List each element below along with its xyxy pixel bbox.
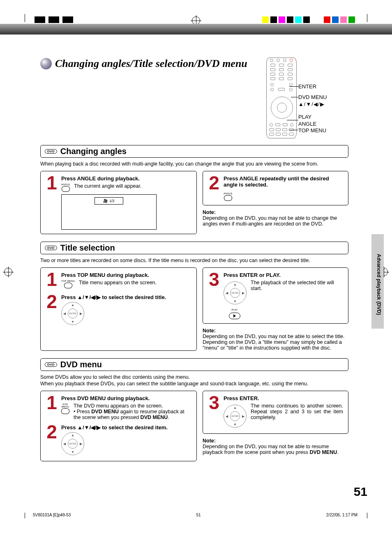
step-title: Press ANGLE during playback. (61, 175, 191, 182)
dvd-badge-icon: DVD (45, 149, 57, 154)
remote-label-play: PLAY (298, 114, 311, 120)
step-number: 2 (46, 424, 58, 440)
dpad-icon: ▲ ▼ ◀ ▶ (224, 405, 247, 428)
angle-button-icon: ANGLE (224, 192, 232, 201)
step-body: The menu continues to another screen. Re… (251, 403, 343, 420)
step-number: 1 (46, 395, 58, 410)
remote-label-enter: ENTER (298, 83, 316, 90)
osd-preview: 🎥 1/2 (61, 194, 157, 230)
registration-mark-icon (4, 268, 12, 276)
section-header-angles: DVD Changing angles (40, 145, 348, 158)
crop-bar (0, 16, 392, 37)
step-box: 3 Press ENTER or PLAY. ▲ ▼ ◀ ▶ The p (203, 267, 348, 324)
section-header-dvd-menu: DVD DVD menu (40, 358, 348, 371)
step-number: 3 (208, 395, 220, 410)
play-label: PLAY (232, 309, 238, 311)
remote-label-dvdmenu: DVD MENU (298, 94, 327, 100)
note-text: Depending on the DVD, you may not be abl… (203, 215, 348, 227)
step-box: 1 Press TOP MENU during playback. TOP ME… (40, 267, 197, 351)
step-box: 1 Press ANGLE during playback. ANGLE The… (40, 171, 197, 234)
remote-diagram: ENTER DVD MENU ▲/▼/◀/▶ PLAY ANGLE TOP ME… (266, 58, 348, 138)
step-title: Press ▲/▼/◀/▶ to select the desired item… (61, 424, 191, 431)
footer: 5V80101A [E]p49-53 51 2/22/06, 1:17 PM (33, 513, 357, 517)
dpad-icon: ▲ ▼ ◀ ▶ (224, 281, 247, 304)
step-box: 2 Press ANGLE repeatedly until the desir… (203, 171, 348, 205)
page-number: 51 (354, 485, 367, 499)
footer-date: 2/22/06, 1:17 PM (326, 513, 357, 517)
remote-label-topmenu: TOP MENU (298, 127, 326, 134)
section-intro: When playing back a disc recorded with m… (40, 161, 348, 167)
footer-page: 51 (196, 513, 201, 517)
side-tab-label: Advanced playback (DVD) (376, 254, 382, 315)
registration-mark-icon (192, 16, 200, 25)
step-number: 2 (46, 294, 58, 309)
section-title: DVD menu (60, 360, 102, 369)
dpad-icon: ▲ ▼ ◀ ▶ (61, 302, 84, 325)
page: Advanced playback (DVD) Changing angles/… (0, 0, 392, 555)
page-title: Changing angles/Title selection/DVD menu (55, 58, 247, 70)
page-title-wrap: Changing angles/Title selection/DVD menu (40, 58, 247, 70)
step-title: Press ANGLE repeatedly until the desired… (224, 175, 343, 188)
remote-body-icon (266, 58, 297, 138)
step-body: Title menu appears on the screen. (79, 280, 157, 286)
step-number: 1 (46, 175, 58, 191)
section-title: Changing angles (60, 147, 127, 156)
step-number: 3 (208, 272, 220, 287)
step-box: 1 Press DVD MENU during playback. DVD ME… (40, 391, 197, 461)
dvdmenu-button-icon: DVD MENU (61, 403, 69, 414)
footer-doc: 5V80101A [E]p49-53 (33, 513, 71, 517)
note-label: Note: (203, 438, 348, 444)
play-button-icon (229, 313, 240, 319)
angle-button-icon: ANGLE (61, 183, 70, 192)
step-title: Press ▲/▼/◀/▶ to select the desired titl… (61, 294, 191, 300)
step-title: Press TOP MENU during playback. (61, 272, 191, 278)
remote-label-angle: ANGLE (298, 121, 316, 127)
section-intro: Some DVDs allow you to select the disc c… (40, 374, 348, 380)
dvd-badge-icon: DVD (45, 362, 57, 367)
note-text: Depending on the DVD, you may not be abl… (203, 334, 348, 351)
step-body: The playback of the selected title will … (251, 280, 343, 291)
step-number: 1 (46, 272, 58, 287)
step-body: The current angle will appear. (74, 183, 141, 189)
section-intro: When you playback these DVDs, you can se… (40, 381, 348, 387)
step-title: Press DVD MENU during playback. (61, 395, 191, 401)
camera-icon: 🎥 (103, 199, 108, 203)
dpad-icon: ▲ ▼ ◀ ▶ (61, 432, 84, 455)
note-text: Depending on the DVD, you may not be abl… (203, 444, 348, 455)
remote-label-arrows: ▲/▼/◀/▶ (298, 101, 325, 107)
note-label: Note: (203, 210, 348, 215)
osd-text: 1/2 (109, 199, 115, 203)
sphere-bullet-icon (40, 58, 52, 69)
section-intro: Two or more titles are recorded on some … (40, 258, 348, 263)
step-number: 2 (208, 175, 220, 191)
step-box: 3 Press ENTER. ▲ ▼ ◀ ▶ The menu cont (203, 391, 348, 434)
dvd-badge-icon: DVD (45, 246, 57, 250)
section-title: Title selection (60, 243, 115, 253)
step-title: Press ENTER. (224, 395, 343, 401)
step-body: The DVD menu appears on the screen. • Pr… (74, 403, 191, 420)
topmenu-button-icon: TOP MENU (61, 280, 75, 288)
note-label: Note: (203, 328, 348, 334)
step-title: Press ENTER or PLAY. (224, 272, 343, 278)
section-header-title-selection: DVD Title selection (40, 242, 348, 254)
content-area: Changing angles/Title selection/DVD menu (40, 58, 348, 461)
